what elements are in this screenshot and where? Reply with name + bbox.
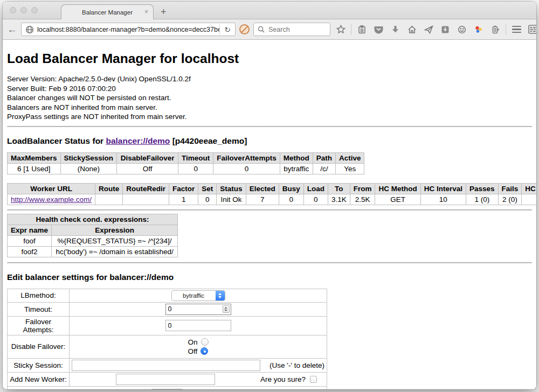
col-route: Route	[95, 183, 123, 194]
cell-expr-name: foof	[8, 235, 52, 246]
page-tool-button[interactable]: ▾	[489, 23, 502, 36]
col-factor: Factor	[169, 183, 198, 194]
table-row: foof %{REQUEST_STATUS} =~ /^[234]/	[8, 235, 178, 246]
col-expr-name: Expr name	[8, 225, 52, 235]
tab-title: Balancer Manager	[82, 9, 133, 16]
lbmethod-selected-value: bytraffic	[172, 292, 216, 299]
cell-hc-uri	[522, 194, 536, 205]
star-icon	[336, 25, 345, 34]
col-fails: Fails	[498, 183, 522, 194]
sidebar-grid-button[interactable]	[527, 23, 536, 36]
new-tab-button[interactable]: +	[161, 6, 167, 18]
back-button[interactable]: ←	[7, 24, 17, 36]
colored-dots-extension-button[interactable]	[472, 23, 485, 36]
tab-close-icon[interactable]: ×	[144, 8, 148, 16]
cell-route	[95, 194, 123, 205]
reload-button[interactable]: ↻	[219, 24, 235, 35]
balancer-demo-link[interactable]: balancer://demo	[106, 136, 170, 145]
download-arrow-icon	[391, 25, 399, 34]
section-divider	[7, 209, 532, 211]
col-stickysession: StickySession	[60, 152, 117, 163]
col-maxmembers: MaxMembers	[8, 152, 61, 163]
radio-on-label: On	[188, 338, 197, 346]
minimize-window-button[interactable]	[20, 7, 27, 13]
cell-expression: hc('body') =~ /domain is established/	[52, 246, 178, 257]
menu-button[interactable]	[510, 23, 523, 36]
confirm-checkbox[interactable]	[310, 376, 317, 383]
col-worker-url: Worker URL	[8, 183, 95, 194]
health-table-title: Health check cond. expressions:	[8, 214, 178, 225]
select-stepper-icon	[216, 291, 225, 300]
number-spinner-icon[interactable]	[223, 305, 230, 313]
url-bar[interactable]: localhost:8880/balancer-manager?b=demo&n…	[21, 23, 236, 36]
home-icon	[407, 25, 417, 34]
table-header-row: MaxMembers StickySession DisableFailover…	[8, 152, 364, 163]
smiley-icon	[458, 25, 466, 34]
content-blocked-icon[interactable]	[239, 24, 250, 34]
dropdown-caret-icon: ▾	[497, 27, 500, 32]
page-content: Load Balancer Manager for localhost Serv…	[3, 40, 536, 389]
pocket-icon	[374, 25, 383, 34]
url-text[interactable]: localhost:8880/balancer-manager?b=demo&n…	[37, 26, 219, 33]
paper-plane-icon	[424, 25, 433, 34]
edit-settings-form: LBmethod: bytraffic Timeout:	[7, 289, 327, 390]
col-set: Set	[198, 183, 217, 194]
tab-balancer-manager[interactable]: Balancer Manager ×	[61, 4, 154, 19]
table-row: foof2 hc('body') =~ /domain is establish…	[8, 246, 178, 257]
cell-method: bytraffic	[280, 163, 313, 174]
col-disablefailover: DisableFailover	[117, 152, 178, 163]
hamburger-icon	[512, 26, 521, 33]
failover-attempts-label: Failover Attempts:	[8, 316, 70, 335]
disable-failover-label: Disable Failover:	[8, 335, 70, 358]
table-row: http://www.example.com/ 1 0 Init Ok 7 0 …	[8, 194, 537, 205]
proxypass-notice-line: ProxyPass settings are NOT inherited fro…	[7, 112, 532, 122]
table-title-row: Health check cond. expressions:	[8, 214, 178, 225]
cell-path: /c/	[313, 163, 335, 174]
cell-active: Yes	[335, 163, 364, 174]
disable-failover-off-radio[interactable]	[201, 347, 208, 355]
col-passes: Passes	[466, 183, 498, 194]
cell-expr-name: foof2	[8, 246, 52, 257]
chat-extension-button[interactable]	[455, 23, 468, 36]
submit-button[interactable]: Submit	[150, 389, 183, 390]
cell-timeout: 0	[178, 163, 213, 174]
reading-list-button[interactable]	[355, 23, 368, 36]
send-tab-button[interactable]	[422, 23, 435, 36]
search-input[interactable]	[267, 25, 321, 34]
col-path: Path	[313, 152, 335, 163]
cell-passes: 1 (0)	[466, 194, 498, 205]
toolbar-separator	[506, 24, 506, 35]
worker-url-link[interactable]: http://www.example.com/	[11, 195, 92, 204]
disable-failover-on-radio[interactable]	[201, 338, 209, 346]
confirm-label: Are you sure?	[260, 375, 306, 383]
clipboard-icon	[358, 25, 366, 34]
timeout-row: Timeout:	[8, 302, 327, 316]
status-heading-suffix: [p4420eeae_demo]	[170, 136, 247, 145]
downloads-button[interactable]	[389, 23, 402, 36]
timeout-label: Timeout:	[8, 302, 70, 316]
col-hc-interval: HC Interval	[420, 183, 466, 194]
zoom-window-button[interactable]	[31, 7, 38, 13]
sticky-session-label: Sticky Session:	[8, 358, 70, 372]
cell-status: Init Ok	[217, 194, 246, 205]
server-version-line: Server Version: Apache/2.5.0-dev (Unix) …	[7, 74, 532, 84]
col-active: Active	[335, 152, 364, 163]
close-window-button[interactable]	[10, 7, 16, 13]
home-button[interactable]	[405, 23, 418, 36]
add-worker-input[interactable]	[116, 374, 215, 385]
col-hc-method: HC Method	[375, 183, 420, 194]
colored-dots-icon	[474, 25, 483, 34]
failover-attempts-input[interactable]	[165, 320, 231, 331]
pocket-button[interactable]	[372, 23, 385, 36]
timeout-input[interactable]	[165, 304, 231, 315]
section-divider	[7, 126, 532, 127]
cell-failoverattempts: 0	[213, 163, 280, 174]
navigation-toolbar: ← localhost:8880/balancer-manager?b=demo…	[3, 19, 536, 40]
sticky-session-input[interactable]	[72, 360, 260, 371]
bookmark-star-button[interactable]	[334, 23, 347, 36]
table-header-row: Expr name Expression	[8, 225, 178, 235]
search-bar[interactable]	[253, 23, 330, 36]
persist-notice-line: Balancer changes will NOT be persisted o…	[7, 93, 532, 103]
lbmethod-select[interactable]: bytraffic	[171, 290, 225, 301]
save-to-device-button[interactable]	[439, 23, 452, 36]
